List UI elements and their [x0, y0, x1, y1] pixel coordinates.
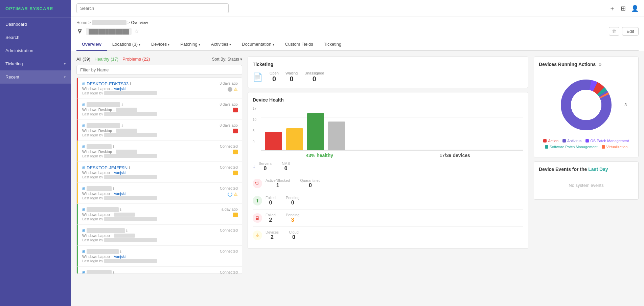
status-icon-red: [233, 108, 238, 112]
info-icon[interactable]: ℹ: [129, 166, 130, 170]
device-name: ⊞ ████████ ACER ℹ: [82, 228, 205, 233]
device-status: Connected: [207, 270, 238, 274]
count-problems[interactable]: Problems (22): [122, 57, 150, 62]
info-icon[interactable]: ℹ: [130, 82, 131, 86]
device-status: Connected: [207, 165, 238, 175]
info-icon[interactable]: ℹ: [120, 207, 121, 212]
y-label-10: 10: [253, 118, 256, 122]
count-all[interactable]: All (39): [76, 57, 90, 62]
stat-col1-label: Active/Blocked: [266, 178, 290, 182]
stat-col1-label: Failed: [266, 213, 276, 217]
add-icon[interactable]: ＋: [609, 4, 615, 13]
tab-item[interactable]: Devices▾: [146, 38, 175, 51]
tab-item[interactable]: Locations (3)▾: [107, 38, 146, 51]
device-list-item[interactable]: ⊞ ████████ ℹ Windows Laptop – Vanjski La…: [77, 183, 242, 204]
device-status: 8 days ago: [207, 123, 238, 133]
filter-input[interactable]: [76, 65, 242, 75]
info-icon[interactable]: ℹ: [113, 145, 114, 149]
device-name: ⊞ ████████ HP ℹ: [82, 249, 205, 254]
tab-item[interactable]: Patching▾: [175, 38, 206, 51]
device-time: Connected: [207, 165, 238, 169]
device-location-link[interactable]: Vanjski: [114, 87, 126, 91]
grid-icon[interactable]: ⊞: [621, 5, 626, 12]
legend-label: Virtualization: [606, 145, 628, 149]
stat-col-1: Failed 0: [266, 196, 276, 206]
info-icon[interactable]: ℹ: [113, 187, 114, 191]
device-location-link[interactable]: Vanjski: [114, 255, 126, 259]
device-info: ⊞ ████████ AIO ℹ Windows Desktop – █████…: [82, 102, 205, 116]
stat-col2-label: Quarantined: [300, 178, 321, 182]
settings-dots-icon[interactable]: ⚙: [598, 63, 602, 67]
device-list-item[interactable]: ⊞ ████████ AIO ℹ Windows Desktop – █████…: [77, 99, 242, 120]
device-list-item[interactable]: ⊞ ████████ ACER ℹ Windows Laptop – █████…: [77, 225, 242, 246]
search-input[interactable]: [76, 3, 229, 13]
sort-by[interactable]: Sort By: Status ▾: [212, 57, 242, 62]
device-name-text: DESKTOP-EDKTS03: [87, 81, 129, 86]
login-user: ████████████████████: [104, 154, 157, 158]
breadcrumb-home[interactable]: Home: [76, 20, 87, 25]
user-icon[interactable]: 👤: [631, 5, 639, 12]
device-location-link[interactable]: Vanjski: [114, 192, 126, 196]
windows-icon: ⊞: [82, 145, 85, 149]
device-list-item[interactable]: ⊞ ████████ ℹ Windows Desktop – ████████ …: [77, 141, 242, 162]
status-icons: [207, 150, 238, 154]
status-icons: [207, 171, 238, 175]
sidebar-nav-item[interactable]: Dashboard: [0, 18, 71, 31]
ticket-waiting: Waiting 0: [285, 71, 298, 83]
svg-point-5: [571, 90, 601, 120]
login-user: ████████████████████: [104, 196, 157, 200]
chevron-down-icon: ▾: [168, 43, 169, 46]
device-location-link[interactable]: Vanjski: [114, 171, 126, 175]
sidebar-nav-item[interactable]: Recent▾: [0, 70, 71, 84]
sidebar-nav-item[interactable]: Administration: [0, 44, 71, 57]
tab-item[interactable]: Custom Fields: [280, 38, 319, 51]
status-icon-yellow: [233, 213, 238, 217]
device-list-item[interactable]: ⊞ ████████ HP ℹ Windows Laptop – Vanjski…: [77, 246, 242, 267]
device-sub: Windows Laptop – Vanjski: [82, 87, 205, 91]
nav-label: Dashboard: [5, 22, 27, 27]
info-icon[interactable]: ℹ: [121, 124, 123, 128]
stat-col2-label: Cloud: [289, 230, 299, 234]
device-list-item[interactable]: ⊞ DESKTOP-EDKTS03 ℹ Windows Laptop – Van…: [77, 78, 242, 99]
device-name-text: ████████: [87, 144, 112, 149]
delete-button[interactable]: 🗑: [609, 27, 619, 36]
ticket-open-value: 0: [270, 75, 279, 83]
stat-cols: Failed 2 Pending 3: [266, 213, 523, 223]
network-icon: ⛛: [76, 27, 83, 35]
favorite-star-icon[interactable]: ☆: [134, 28, 139, 35]
stat-col1-value: 0: [266, 200, 276, 206]
device-list-item[interactable]: ⊞ DESKTOP-JF4FE9N ℹ Windows Laptop – Van…: [77, 162, 242, 183]
info-icon[interactable]: ℹ: [113, 270, 114, 274]
device-time: 8 days ago: [207, 102, 238, 106]
device-time: Connected: [207, 186, 238, 190]
chart-bar-green: [307, 113, 324, 150]
login-user: ████████████████████: [104, 217, 157, 221]
edit-button[interactable]: Edit: [622, 27, 639, 36]
tab-item[interactable]: Ticketing: [319, 38, 347, 51]
tab-item[interactable]: Overview: [76, 38, 107, 51]
sidebar-nav-item[interactable]: Ticketing▾: [0, 57, 71, 70]
sidebar-nav-item[interactable]: Search: [0, 31, 71, 44]
servers-col: Servers 0: [259, 161, 272, 172]
info-icon[interactable]: ℹ: [126, 228, 128, 233]
device-list-item[interactable]: ⊞ ████████ ℹ Windows Server – Servers & …: [77, 267, 242, 274]
device-time: a day ago: [207, 207, 238, 211]
stat-col2-value: 0: [300, 182, 321, 189]
device-list-item[interactable]: ⊞ ████████ HP ℹ Windows Laptop – ███████…: [77, 204, 242, 225]
info-icon[interactable]: ℹ: [121, 103, 123, 107]
device-events-prefix: Device Events for the: [539, 167, 588, 172]
device-name-text: ████████ AIO: [87, 123, 120, 128]
tab-item[interactable]: Documentation▾: [236, 38, 279, 51]
nav-list: DashboardSearchAdministrationTicketing▾R…: [0, 18, 71, 84]
count-healthy[interactable]: Healthy (17): [94, 57, 118, 62]
left-panel: All (39) Healthy (17) Problems (22) Sort…: [76, 57, 242, 301]
last-day-link[interactable]: Last Day: [588, 167, 608, 172]
info-icon[interactable]: ℹ: [120, 249, 121, 254]
device-status: Connected ⚠: [207, 186, 238, 197]
tab-item[interactable]: Activities▾: [206, 38, 236, 51]
windows-icon: ⊞: [82, 228, 85, 233]
stat-row: ⚠ Devices 2 Cloud 0: [253, 227, 523, 244]
login-user: ████████████████████: [104, 238, 157, 242]
device-list-item[interactable]: ⊞ ████████ AIO ℹ Windows Desktop – █████…: [77, 120, 242, 141]
device-time: Connected: [207, 249, 238, 253]
